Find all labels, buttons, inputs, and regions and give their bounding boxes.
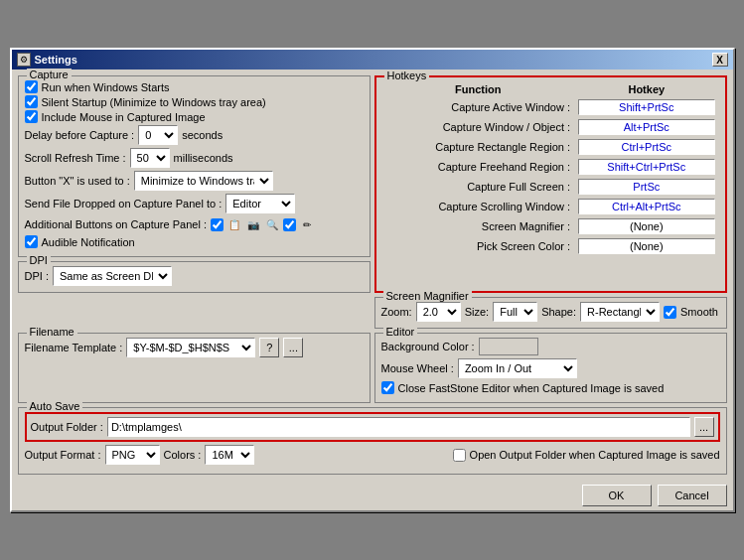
button-x-select[interactable]: Minimize to Windows tray area xyxy=(134,171,273,191)
zoom-label: Zoom: xyxy=(381,306,412,318)
hotkey-value-cell[interactable]: Ctrl+PrtSc xyxy=(574,137,718,157)
shape-select[interactable]: R-Rectangle xyxy=(580,302,660,322)
hotkeys-group: Hotkeys Function Hotkey Capture Active W… xyxy=(374,75,727,293)
cb-run-windows: Run when Windows Starts xyxy=(25,80,364,93)
additional-cb2[interactable] xyxy=(283,218,296,231)
output-folder-label: Output Folder : xyxy=(31,421,103,433)
main-content: Capture Run when Windows Starts Silent S… xyxy=(12,70,733,481)
filename-group: Filename Filename Template : $Y-$M-$D_$H… xyxy=(18,333,371,403)
autosave-group: Auto Save Output Folder : ... Output For… xyxy=(18,407,727,475)
hotkey-label: Pick Screen Color : xyxy=(382,236,575,256)
ok-button[interactable]: OK xyxy=(582,485,652,506)
title-bar-left: ⚙ Settings xyxy=(17,53,77,67)
dots-button[interactable]: ... xyxy=(283,338,303,357)
audible-row: Audible Notification xyxy=(25,235,364,248)
hotkey-label: Screen Magnifier : xyxy=(382,216,575,236)
hotkey-label: Capture Freehand Region : xyxy=(382,157,575,177)
scroll-label: Scroll Refresh Time : xyxy=(25,152,126,164)
open-folder-cb[interactable] xyxy=(453,449,466,462)
dpi-title: DPI xyxy=(27,254,51,266)
filename-title: Filename xyxy=(27,326,77,338)
screen-mag-group: Screen Magnifier Zoom: 2.0 Size: Full Sh… xyxy=(374,297,727,329)
close-editor-cb[interactable] xyxy=(381,381,394,394)
question-button[interactable]: ? xyxy=(259,338,279,357)
delay-select[interactable]: 0 xyxy=(138,125,178,145)
cancel-button[interactable]: Cancel xyxy=(658,485,727,506)
send-file-row: Send File Dropped on Capture Panel to : … xyxy=(25,194,364,213)
hotkey-value: Ctrl+PrtSc xyxy=(578,139,714,155)
button-x-label: Button "X" is used to : xyxy=(25,175,130,187)
send-file-label: Send File Dropped on Capture Panel to : xyxy=(25,198,223,210)
scroll-select[interactable]: 50 xyxy=(130,148,170,168)
delay-label: Delay before Capture : xyxy=(25,129,135,141)
dpi-select[interactable]: Same as Screen DPI xyxy=(53,266,172,286)
dpi-label: DPI : xyxy=(25,270,49,282)
hotkey-value: Shift+PrtSc xyxy=(578,99,714,115)
template-select[interactable]: $Y-$M-$D_$H$N$S xyxy=(126,338,255,357)
hotkey-value-cell[interactable]: (None) xyxy=(574,236,718,256)
hotkey-value-cell[interactable]: Ctrl+Alt+PrtSc xyxy=(574,197,718,216)
template-label: Filename Template : xyxy=(25,342,123,353)
hotkeys-table: Function Hotkey Capture Active Window :S… xyxy=(382,81,719,256)
size-select[interactable]: Full xyxy=(493,302,537,322)
close-button[interactable]: X xyxy=(712,53,728,67)
output-folder-button[interactable]: ... xyxy=(694,417,714,437)
window-title: Settings xyxy=(35,54,77,66)
colors-select[interactable]: 16M xyxy=(205,445,254,465)
editor-group: Editor Background Color : Mouse Wheel : … xyxy=(374,333,727,403)
footer: OK Cancel xyxy=(12,481,733,510)
hotkeys-title: Hotkeys xyxy=(384,70,430,81)
audible-cb[interactable] xyxy=(25,235,38,248)
hotkey-value-cell[interactable]: (None) xyxy=(574,216,718,236)
shape-label: Shape: xyxy=(541,306,576,318)
cb-include-mouse-input[interactable] xyxy=(25,110,38,123)
output-format-select[interactable]: PNG xyxy=(105,445,160,465)
camera-icon[interactable]: 📷 xyxy=(245,216,261,232)
capture-group: Capture Run when Windows Starts Silent S… xyxy=(18,75,371,257)
hotkey-label: Capture Rectangle Region : xyxy=(382,137,575,157)
title-bar: ⚙ Settings X xyxy=(12,50,733,70)
screen-mag-title: Screen Magnifier xyxy=(383,290,472,302)
mouse-wheel-select[interactable]: Zoom In / Out xyxy=(458,358,577,378)
cb-run-windows-input[interactable] xyxy=(25,80,38,93)
screen-mag-row: Zoom: 2.0 Size: Full Shape: R-Rectangle … xyxy=(381,302,720,322)
hotkey-label: Capture Scrolling Window : xyxy=(382,197,575,216)
close-editor-label: Close FastStone Editor when Captured Ima… xyxy=(398,382,665,394)
mouse-wheel-label: Mouse Wheel : xyxy=(381,362,454,374)
cb-silent-startup-label: Silent Startup (Minimize to Windows tray… xyxy=(42,96,266,108)
send-file-select[interactable]: Editor xyxy=(225,194,295,213)
zoom-select[interactable]: 2.0 xyxy=(416,302,461,322)
table-row: Pick Screen Color :(None) xyxy=(382,236,719,256)
cb-run-windows-label: Run when Windows Starts xyxy=(42,81,170,93)
table-row: Capture Active Window :Shift+PrtSc xyxy=(382,97,719,117)
copy-icon[interactable]: 📋 xyxy=(226,216,242,232)
bg-color-swatch[interactable] xyxy=(479,338,538,355)
additional-cb1[interactable] xyxy=(211,218,223,231)
filename-row: Filename Template : $Y-$M-$D_$H$N$S ? ..… xyxy=(25,338,364,357)
hotkey-value: (None) xyxy=(578,218,714,234)
additional-row: Additional Buttons on Capture Panel : 📋 … xyxy=(25,216,364,232)
hotkey-value-cell[interactable]: Shift+PrtSc xyxy=(574,97,718,117)
autosave-title: Auto Save xyxy=(27,400,83,412)
table-row: Capture Full Screen :PrtSc xyxy=(382,177,719,197)
hotkey-label: Capture Active Window : xyxy=(382,97,575,117)
hotkey-value-cell[interactable]: Alt+PrtSc xyxy=(574,117,718,137)
hotkey-value-cell[interactable]: PrtSc xyxy=(574,177,718,197)
additional-label: Additional Buttons on Capture Panel : xyxy=(25,218,207,230)
smooth-cb[interactable] xyxy=(664,306,676,319)
pencil-icon[interactable]: ✏ xyxy=(299,216,315,232)
cb-silent-startup-input[interactable] xyxy=(25,95,38,108)
hotkey-label: Capture Full Screen : xyxy=(382,177,575,197)
audible-label: Audible Notification xyxy=(42,236,135,248)
table-row: Capture Scrolling Window :Ctrl+Alt+PrtSc xyxy=(382,197,719,216)
table-row: Capture Window / Object :Alt+PrtSc xyxy=(382,117,719,137)
close-editor-row: Close FastStone Editor when Captured Ima… xyxy=(381,381,720,394)
table-row: Screen Magnifier :(None) xyxy=(382,216,719,236)
hotkey-value-cell[interactable]: Shift+Ctrl+PrtSc xyxy=(574,157,718,177)
output-folder-input[interactable] xyxy=(107,417,690,437)
output-format-row: Output Format : PNG Colors : 16M Open Ou… xyxy=(25,445,720,465)
delay-unit: seconds xyxy=(182,129,223,141)
hotkey-value: Ctrl+Alt+PrtSc xyxy=(578,199,714,214)
search-icon[interactable]: 🔍 xyxy=(264,216,280,232)
open-folder-label: Open Output Folder when Captured Image i… xyxy=(470,449,720,461)
